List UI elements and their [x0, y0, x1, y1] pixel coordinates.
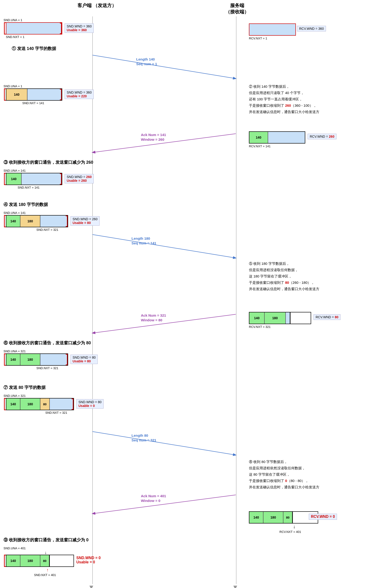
step8-server-diagram: 140 180 80 ↓ RCV.WND = 0 RCV.NXT = 401 — [249, 511, 318, 534]
client-arrow-end: ▼ — [88, 584, 95, 588]
step2-explain-text: ② 收到 140 字节数据后， 但是应用进程只读取了 40 个字节， 还有 10… — [249, 83, 319, 115]
step7-snd-nxt: SND.NXT = 321 — [45, 411, 74, 414]
step9-info-box: SND.WND = 0 Usable = 0 — [76, 556, 101, 564]
svg-line-3 — [93, 134, 236, 152]
step2-snd-wnd-label: SND.WND = 360 — [67, 90, 92, 94]
step6-info-box: SND.WND = 80 Usable = 80 — [70, 355, 98, 364]
step8-rcv-seg180: 180 — [264, 512, 284, 523]
step8-rcv-wnd-box: RCV.WND = 0 — [309, 514, 337, 520]
step7-seg-80: 80 — [40, 398, 50, 410]
step2-server-diagram: 140 RCV.WND = 260 RCV.NXT = 141 — [249, 131, 305, 148]
svg-line-6 — [93, 235, 236, 258]
svg-line-12 — [93, 432, 236, 455]
server-header-label: 服务端（接收端） — [225, 2, 249, 15]
step5-explain: ⑤ 收到 180 字节数据后， 但是应用进程没读取任何数据， 这 180 字节留… — [249, 260, 319, 292]
step1-rcv-nxt: RCV.NXT = 1 — [249, 37, 296, 40]
step3-info-box: SND.WND = 260 Usable = 260 — [64, 174, 94, 183]
caption9: ⑨ 收到接收方的窗口通告，发送窗口减少为 0 — [3, 537, 89, 543]
step6-seg-180: 180 — [20, 354, 40, 365]
step8-rcv-seg80: 80 — [284, 512, 293, 523]
server-arrow-end: ▼ — [232, 584, 238, 588]
step7-seg-180: 180 — [20, 398, 40, 410]
step1-snd-wnd-label: SND.WND = 360 — [67, 24, 92, 28]
step2-usable-label: Usable = 220 — [67, 94, 87, 98]
step3-seg-140: 140 — [6, 173, 22, 185]
server-header: 服务端（接收端） — [225, 2, 249, 15]
svg-text:Seq num = 321: Seq num = 321 — [131, 438, 156, 442]
step2-rcv-wnd-box: RCV.WND = 260 — [308, 134, 336, 139]
caption1: ① 发送 140 字节的数据 — [12, 46, 56, 51]
svg-text:Ack Num = 401: Ack Num = 401 — [141, 494, 166, 498]
caption4: ④ 发送 180 字节的数据 — [3, 202, 48, 207]
svg-line-9 — [93, 314, 236, 333]
step4-info-box: SND.WND = 260 Usable = 80 — [70, 216, 100, 226]
step2-seg-140: 140 — [6, 89, 28, 100]
svg-text:Window = 80: Window = 80 — [141, 318, 162, 322]
step1-client-diagram: SND.UNA = 1 SND.WND = 360 Usable = 360 S… — [3, 18, 62, 39]
step1-info-box: SND.WND = 360 Usable = 360 — [64, 23, 94, 33]
step5-rcv-nxt: RCV.NXT = 321 — [249, 325, 311, 329]
svg-text:Ack Num = 321: Ack Num = 321 — [141, 313, 166, 317]
step4-snd-una: SND.UNA = 141 — [3, 211, 68, 215]
step1-rcv-wnd-box: RCV.WND = 360 — [297, 26, 326, 31]
step7-seg-140: 140 — [6, 398, 20, 410]
step7-snd-una: SND.UNA = 321 — [3, 394, 74, 397]
client-header-label: 客户端 （发送方） — [78, 2, 116, 9]
step5-rcv-seg180: 180 — [265, 312, 286, 324]
svg-text:Window = 260: Window = 260 — [141, 137, 164, 141]
step5-explain-text: ⑤ 收到 180 字节数据后， 但是应用进程没读取任何数据， 这 180 字节留… — [249, 260, 319, 292]
step5-server-diagram: 140 180 RCV.WND = 80 RCV.NXT = 321 — [249, 312, 311, 329]
step7-info-box: SND.WND = 80 Usable = 0 — [76, 399, 104, 409]
svg-text:Length 140: Length 140 — [136, 57, 155, 61]
step2-snd-una: SND.UNA = 1 — [3, 84, 62, 88]
step2-explain: ② 收到 140 字节数据后， 但是应用进程只读取了 40 个字节， 还有 10… — [249, 83, 319, 115]
step6-snd-nxt: SND.NXT = 321 — [36, 366, 68, 370]
step5-rcv-wnd-box: RCV.WND = 80 — [314, 314, 341, 320]
step2-rcv-seg140: 140 — [249, 132, 268, 143]
client-header: 客户端 （发送方） — [78, 2, 116, 9]
step1-usable-label: Usable = 360 — [67, 28, 87, 32]
step2-rcv-nxt: RCV.NXT = 141 — [249, 145, 305, 148]
step1-snd-una: SND.UNA = 1 — [3, 18, 62, 22]
svg-text:Length 80: Length 80 — [131, 433, 148, 437]
server-timeline-line — [236, 16, 237, 584]
step4-seg-180: 180 — [20, 216, 40, 227]
step2-client-diagram: SND.UNA = 1 140 SND.WND = 360 Usable = 2… — [3, 84, 62, 105]
step4-snd-nxt: SND.NXT = 321 — [36, 228, 68, 232]
svg-text:Window = 0: Window = 0 — [141, 499, 160, 503]
step9-client-diagram: SND.UNA = 401 ↓ 140 180 80 SND.WND = 0 U… — [3, 546, 74, 577]
svg-text:Seq num = 141: Seq num = 141 — [131, 241, 156, 245]
step1-rcv-wnd-label: RCV.WND = 360 — [299, 27, 324, 30]
step6-snd-una: SND.UNA = 321 — [3, 350, 68, 353]
step8-explain: ⑧ 收到 80 字节数据后， 但是应用进程依然没读取任何数据， 这 80 字节留… — [249, 458, 319, 490]
client-timeline-line — [92, 16, 93, 584]
step8-explain-text: ⑧ 收到 80 字节数据后， 但是应用进程依然没读取任何数据， 这 80 字节留… — [249, 458, 319, 490]
step9-seg-180: 180 — [20, 555, 40, 566]
svg-text:Ack Num = 141: Ack Num = 141 — [141, 133, 166, 137]
step3-snd-nxt: SND.NXT = 141 — [18, 186, 62, 189]
step1-server-diagram: RCV.WND = 360 RCV.NXT = 1 — [249, 23, 296, 40]
step4-client-diagram: SND.UNA = 141 140 180 SND.WND = 260 Usab… — [3, 211, 68, 232]
caption7: ⑦ 发送 80 字节的数据 — [3, 385, 46, 390]
caption3: ③ 收到接收方的窗口通告，发送窗口减少为 260 — [3, 160, 93, 165]
svg-text:Length 180: Length 180 — [131, 236, 150, 240]
step6-client-diagram: SND.UNA = 321 140 180 SND.WND = 80 Usabl… — [3, 350, 68, 370]
step9-seg-80: 80 — [40, 555, 50, 566]
step9-snd-una: SND.UNA = 401 — [3, 546, 74, 550]
step9-snd-nxt: SND.NXT = 401 — [34, 573, 74, 577]
svg-line-0 — [93, 55, 236, 79]
caption6: ⑥ 收到接收方的窗口通告，发送窗口减少为 80 — [3, 340, 91, 346]
step5-rcv-seg140: 140 — [249, 312, 265, 324]
svg-text:Seq num = 1: Seq num = 1 — [136, 62, 157, 66]
step7-client-diagram: SND.UNA = 321 140 180 80 SND.WND = 80 Us… — [3, 394, 74, 414]
step3-snd-una: SND.UNA = 141 — [3, 169, 62, 172]
step2-info-box: SND.WND = 360 Usable = 220 — [64, 89, 94, 99]
step9-seg-140: 140 — [6, 555, 20, 566]
step1-snd-nxt: SND.NXT = 1 — [6, 35, 62, 39]
step8-rcv-seg140: 140 — [249, 512, 264, 523]
step4-seg-140: 140 — [6, 216, 20, 227]
step3-client-diagram: SND.UNA = 141 140 SND.WND = 260 Usable =… — [3, 169, 62, 189]
svg-line-15 — [93, 495, 236, 514]
step2-snd-nxt: SND.NXT = 141 — [22, 101, 62, 105]
step6-seg-140: 140 — [6, 354, 20, 365]
